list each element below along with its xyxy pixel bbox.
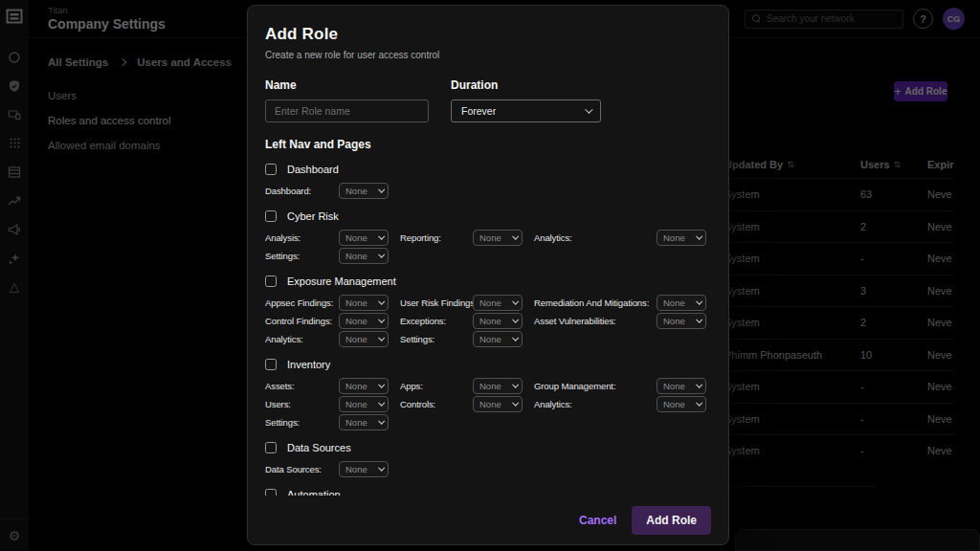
permission-row: Control Findings:NoneExceptions:NoneAsse… (265, 312, 711, 330)
permission-dropdown[interactable]: None (339, 378, 389, 394)
permission-dropdown[interactable]: None (657, 313, 706, 329)
duration-select[interactable]: Forever (451, 99, 601, 122)
permission-label: Apps: (400, 381, 473, 391)
duration-value: Forever (461, 105, 496, 117)
dropdown-value: None (479, 298, 501, 308)
section-checkbox-row: Data Sources (265, 441, 711, 454)
dropdown-value: None (479, 381, 501, 391)
permission-row: Analytics:NoneSettings:None (265, 330, 711, 348)
permission-dropdown[interactable]: None (339, 183, 389, 199)
section-title: Inventory (287, 359, 330, 370)
permission-dropdown[interactable]: None (339, 313, 389, 329)
chevron-down-icon (378, 317, 384, 322)
chevron-down-icon (378, 187, 384, 192)
dropdown-value: None (479, 334, 501, 344)
submit-add-role-button[interactable]: Add Role (632, 506, 711, 535)
permission-label: Controls: (400, 399, 473, 409)
section-checkbox-row: Inventory (265, 358, 711, 371)
section-title: Exposure Management (287, 276, 396, 287)
permission-label: Settings: (265, 251, 339, 261)
permission-rows: Appsec Findings:NoneUser Risk Findings:N… (265, 294, 711, 348)
permission-dropdown[interactable]: None (339, 331, 389, 347)
dropdown-value: None (345, 251, 368, 261)
permission-label: Remediation And Mitigations: (534, 298, 657, 308)
dropdown-value: None (479, 316, 501, 326)
chevron-down-icon (696, 382, 702, 387)
section-title: Automation (287, 489, 341, 496)
permission-dropdown[interactable]: None (473, 313, 523, 329)
permission-label: Control Findings: (265, 316, 339, 326)
dropdown-value: None (663, 316, 685, 326)
permission-dropdown[interactable]: None (339, 230, 389, 246)
permission-dropdown[interactable]: None (473, 378, 523, 394)
permission-label: Settings: (265, 417, 339, 428)
permission-dropdown[interactable]: None (473, 230, 523, 246)
permission-dropdown[interactable]: None (657, 230, 706, 246)
chevron-down-icon (585, 105, 592, 113)
permission-rows: Dashboard:None (265, 182, 711, 200)
chevron-down-icon (378, 400, 384, 406)
permission-label: Reporting: (400, 232, 473, 243)
permission-dropdown[interactable]: None (339, 295, 389, 311)
permission-label: Analytics: (534, 232, 657, 243)
permission-dropdown[interactable]: None (473, 396, 523, 412)
permission-row: Analysis:NoneReporting:NoneAnalytics:Non… (265, 229, 711, 247)
permission-label: Assets: (265, 381, 339, 391)
chevron-down-icon (378, 233, 384, 239)
permission-dropdown[interactable]: None (657, 378, 706, 394)
dropdown-value: None (479, 232, 501, 243)
dropdown-value: None (345, 417, 368, 428)
chevron-down-icon (696, 233, 702, 239)
permission-label: Settings: (400, 334, 473, 344)
permission-dropdown[interactable]: None (473, 331, 523, 347)
dropdown-value: None (663, 381, 685, 391)
permission-rows: Data Sources:None (265, 460, 711, 478)
checkbox[interactable] (265, 164, 277, 175)
section-checkbox-row: Dashboard (265, 163, 711, 176)
chevron-down-icon (378, 252, 384, 257)
checkbox[interactable] (265, 210, 277, 222)
section-checkbox-row: Cyber Risk (265, 209, 711, 223)
dropdown-value: None (663, 399, 685, 409)
permission-dropdown[interactable]: None (657, 295, 706, 311)
dropdown-value: None (345, 186, 368, 196)
permission-dropdown[interactable]: None (339, 461, 389, 477)
permission-dropdown[interactable]: None (473, 295, 523, 311)
checkbox[interactable] (265, 442, 277, 453)
permission-label: Analysis: (265, 232, 339, 243)
modal-subtitle: Create a new role for user access contro… (265, 50, 711, 60)
modal-title: Add Role (265, 25, 711, 44)
permission-label: Exceptions: (400, 316, 473, 326)
permission-label: Dashboard: (265, 186, 339, 196)
cancel-button[interactable]: Cancel (579, 514, 616, 527)
role-name-input[interactable] (265, 99, 429, 122)
dropdown-value: None (345, 316, 368, 326)
permission-dropdown[interactable]: None (339, 414, 389, 430)
permission-label: Analytics: (534, 399, 657, 409)
chevron-down-icon (378, 335, 384, 341)
dropdown-value: None (345, 232, 368, 243)
dropdown-value: None (345, 298, 368, 308)
checkbox[interactable] (265, 276, 277, 287)
chevron-down-icon (512, 382, 518, 387)
left-nav-pages-heading: Left Nav and Pages (265, 138, 711, 151)
permission-label: Group Management: (534, 381, 657, 391)
checkbox[interactable] (265, 489, 277, 496)
chevron-down-icon (378, 418, 384, 424)
checkbox[interactable] (265, 359, 277, 370)
permission-label: Data Sources: (265, 464, 339, 474)
chevron-down-icon (696, 400, 702, 406)
permission-dropdown[interactable]: None (339, 396, 389, 412)
permission-row: Settings:None (265, 247, 711, 265)
chevron-down-icon (696, 298, 702, 304)
section-title: Cyber Risk (287, 210, 339, 222)
permission-row: Users:NoneControls:NoneAnalytics:None (265, 395, 711, 413)
chevron-down-icon (512, 317, 518, 322)
dropdown-value: None (345, 464, 368, 474)
dropdown-value: None (663, 232, 685, 243)
dropdown-value: None (345, 334, 368, 344)
permission-dropdown[interactable]: None (339, 248, 389, 264)
permission-dropdown[interactable]: None (657, 396, 706, 412)
permission-row: Appsec Findings:NoneUser Risk Findings:N… (265, 294, 711, 312)
permission-row: Assets:NoneApps:NoneGroup Management:Non… (265, 377, 711, 395)
